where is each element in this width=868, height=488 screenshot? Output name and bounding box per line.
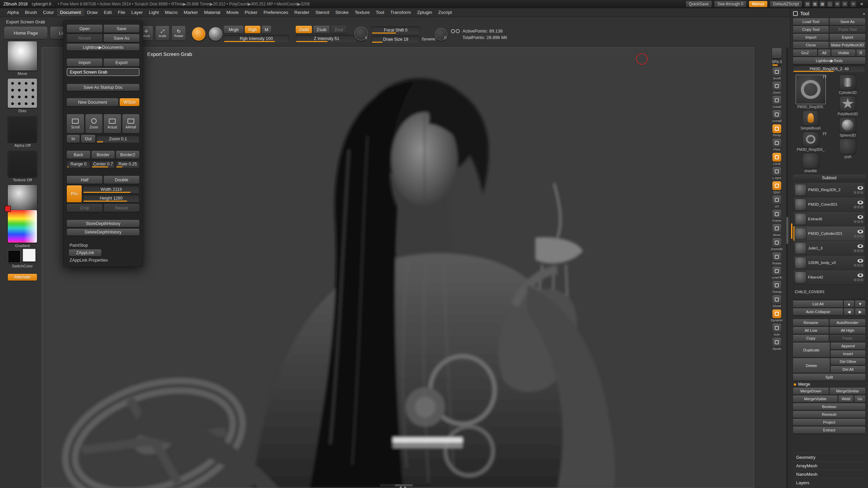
menu-item[interactable]: Render — [291, 8, 312, 16]
zoom-doc-button[interactable]: Zoom — [85, 114, 103, 133]
export-button[interactable]: Export — [104, 59, 139, 66]
copy-subtool-button[interactable]: Copy — [793, 335, 829, 342]
wsize-button[interactable]: WSize — [120, 98, 139, 106]
merge-subsection[interactable]: Merge — [793, 382, 865, 387]
visibility-eye-icon[interactable] — [857, 273, 863, 277]
see-through-slider[interactable]: See-through 0 — [714, 1, 746, 7]
mergesimilar-button[interactable]: MergeSimilar — [830, 388, 865, 394]
menu-item[interactable]: Draw — [84, 8, 101, 16]
paste-tool-button[interactable]: Paste Tool — [830, 26, 865, 33]
zoom-out-button[interactable]: Out — [81, 135, 95, 143]
visibility-eye-icon[interactable] — [857, 201, 863, 204]
zadd-button[interactable]: Zadd — [296, 26, 312, 33]
close-icon[interactable]: ✕ — [859, 1, 865, 7]
extract-button[interactable]: Extract — [793, 427, 865, 433]
save-button[interactable]: Save — [104, 25, 139, 33]
panel-vscrollbar[interactable] — [786, 47, 789, 488]
store-depth-history-button[interactable]: StoreDepthHistory — [67, 220, 139, 227]
double-button[interactable]: Double — [104, 176, 139, 184]
current-alpha-thumb[interactable] — [8, 116, 37, 142]
subtool-option-icons[interactable] — [854, 220, 863, 223]
doc-preview-icon[interactable] — [772, 48, 782, 58]
zcut-button[interactable]: Zcut — [331, 26, 347, 33]
resize-button[interactable]: Resize — [104, 204, 139, 212]
import-button[interactable]: Import — [67, 59, 102, 66]
secondary-color-swatch[interactable] — [23, 249, 36, 262]
duplicate-button[interactable]: Duplicate — [793, 343, 830, 357]
subtool-row[interactable]: PM3D_Ring3D5_2 — [793, 183, 865, 197]
center-slider[interactable]: Center 0.7 — [92, 160, 115, 168]
shelf-toggle[interactable]: Zoom — [771, 82, 783, 94]
delete-depth-history-button[interactable]: DeleteDepthHistory — [67, 229, 139, 236]
subtool-option-icons[interactable] — [854, 206, 863, 208]
weld-button[interactable]: Weld — [839, 395, 853, 402]
spix-slider[interactable]: SPix 3 — [772, 60, 782, 66]
shelf-toggle[interactable]: Local — [771, 153, 783, 165]
goz-r-button[interactable]: R — [856, 49, 865, 56]
menus-toggle-button[interactable]: Menus — [749, 1, 767, 7]
subtool-option-icons[interactable] — [854, 235, 863, 238]
subtool-row[interactable]: Julie1_3 — [793, 241, 865, 256]
visibility-eye-icon[interactable] — [857, 259, 863, 263]
shelf-toggle[interactable]: Transp — [771, 281, 783, 293]
open-button[interactable]: Open — [67, 25, 102, 33]
back-button[interactable]: Back — [67, 151, 90, 159]
current-brush-icon[interactable] — [192, 27, 205, 41]
tool-section-header[interactable]: Layers — [793, 478, 865, 487]
paintstop-button[interactable]: PaintStop — [67, 243, 139, 248]
subtool-option-icons[interactable] — [854, 191, 863, 194]
zapplink-button[interactable]: ZAppLink — [69, 249, 101, 256]
circle-slash-icon[interactable]: ⊘ — [850, 1, 856, 7]
current-material-thumb[interactable] — [8, 185, 37, 212]
visibility-eye-icon[interactable] — [857, 215, 863, 219]
subtool-option-icons[interactable] — [854, 264, 863, 267]
rgb-intensity-slider[interactable]: Rgb Intensity 100 — [224, 35, 289, 42]
list-all-button[interactable]: List All — [793, 301, 843, 307]
delete-button[interactable]: Delete — [793, 358, 830, 373]
mergedown-button[interactable]: MergeDown — [793, 388, 829, 394]
titlebar-tool-icon[interactable]: ⊟ — [842, 1, 848, 7]
doc-width-slider[interactable]: Width 2119 — [83, 186, 139, 193]
export-tool-button[interactable]: Export — [830, 34, 865, 41]
auto-collapse-button[interactable]: Auto Collapse — [793, 308, 843, 315]
visibility-eye-icon[interactable] — [857, 186, 863, 190]
menu-item[interactable]: Zplugin — [414, 8, 435, 16]
shelf-toggle[interactable]: Zoom3D — [771, 238, 783, 251]
subtool-row[interactable]: 12695_body_v3 — [793, 256, 865, 270]
shelf-toggle[interactable]: Xpose — [771, 338, 783, 350]
clone-button[interactable]: Clone — [793, 42, 829, 48]
shelf-toggle[interactable]: Qxyz — [771, 181, 783, 194]
shelf-toggle[interactable]: Ghost — [771, 295, 783, 308]
titlebar-tool-icon[interactable]: ▤ — [805, 1, 810, 7]
subtool-row[interactable]: PM3D_Cone3D1 — [793, 197, 865, 212]
home-page-button[interactable]: Home Page — [4, 27, 47, 39]
pro-button[interactable]: Pro — [67, 185, 82, 202]
shelf-toggle[interactable]: UV — [771, 196, 783, 208]
menu-item[interactable]: Macro — [162, 8, 181, 16]
menu-item[interactable]: Picker — [242, 8, 261, 16]
scroll-doc-button[interactable]: Scroll — [67, 114, 84, 133]
menu-item[interactable]: Marker — [181, 8, 201, 16]
z-intensity-slider[interactable]: Z Intensity 51 — [296, 35, 357, 42]
save-as-tool-button[interactable]: Save As — [830, 18, 865, 25]
load-tool-button[interactable]: Load Tool — [793, 18, 829, 25]
subtool-row[interactable]: PM3D_Cylinder3D1 — [793, 226, 865, 241]
subtool-up-icon[interactable]: ▲ — [844, 301, 854, 307]
shelf-toggle[interactable]: AAHalf — [771, 110, 783, 123]
menu-item[interactable]: Brush — [22, 8, 40, 16]
tool-section-header[interactable]: Geometry — [793, 453, 865, 461]
shelf-toggle[interactable]: Frame — [771, 210, 783, 222]
shelf-toggle[interactable]: LineFill — [771, 267, 783, 279]
save-as-button[interactable]: Save As — [104, 34, 139, 42]
del-other-button[interactable]: Del Other — [831, 358, 865, 365]
project-button[interactable]: Project — [793, 419, 865, 426]
split-button[interactable]: Split — [793, 374, 865, 381]
revert-button[interactable]: Revert — [67, 34, 102, 42]
remesh-button[interactable]: Remesh — [793, 411, 865, 418]
import-tool-button[interactable]: Import — [793, 34, 829, 41]
mergevisible-button[interactable]: MergeVisible — [793, 395, 837, 402]
titlebar-tool-icon[interactable]: ▩ — [820, 1, 825, 7]
tool-thumbnail[interactable]: Sphere3D — [830, 117, 866, 137]
visibility-eye-icon[interactable] — [857, 244, 863, 248]
menu-item[interactable]: Material — [201, 8, 223, 16]
